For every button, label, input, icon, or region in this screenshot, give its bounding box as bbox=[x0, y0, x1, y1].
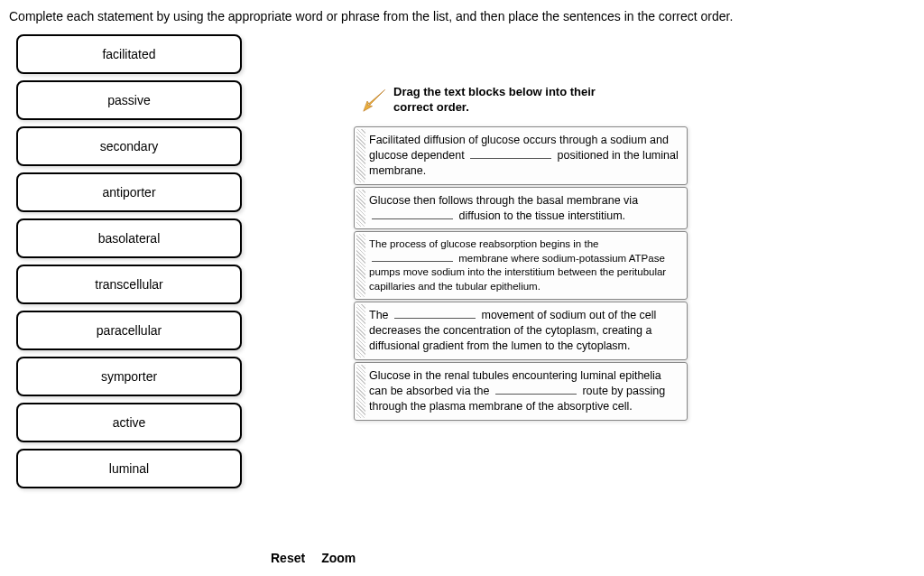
drop-header-text: Drag the text blocks below into their co… bbox=[393, 85, 610, 116]
word-facilitated[interactable]: facilitated bbox=[16, 34, 242, 74]
statement-3[interactable]: The process of glucose reabsorption begi… bbox=[354, 231, 688, 300]
word-transcellular[interactable]: transcellular bbox=[16, 265, 242, 304]
reset-button[interactable]: Reset bbox=[271, 551, 305, 565]
drag-handle-icon[interactable] bbox=[356, 304, 365, 358]
word-luminal[interactable]: luminal bbox=[16, 449, 242, 488]
blank-slot[interactable] bbox=[394, 309, 476, 319]
blank-slot[interactable] bbox=[495, 385, 577, 395]
word-paracellular[interactable]: paracellular bbox=[16, 311, 242, 350]
stmt4-part1: The bbox=[369, 309, 392, 321]
word-symporter[interactable]: symporter bbox=[16, 357, 242, 396]
drag-handle-icon[interactable] bbox=[356, 129, 365, 182]
arrow-down-left-icon bbox=[361, 88, 386, 114]
instruction-text: Complete each statement by using the app… bbox=[9, 9, 915, 23]
drag-handle-icon[interactable] bbox=[356, 234, 365, 297]
word-antiporter[interactable]: antiporter bbox=[16, 172, 242, 212]
drop-zone-column: Drag the text blocks below into their co… bbox=[278, 34, 915, 488]
stmt3-part1: The process of glucose reabsorption begi… bbox=[369, 238, 598, 249]
word-active[interactable]: active bbox=[16, 403, 242, 442]
stmt2-part2: diffusion to the tissue interstitium. bbox=[456, 209, 625, 222]
zoom-button[interactable]: Zoom bbox=[321, 551, 356, 565]
main-area: facilitated passive secondary antiporter… bbox=[9, 34, 915, 488]
blank-slot[interactable] bbox=[372, 253, 453, 262]
statement-2[interactable]: Glucose then follows through the basal m… bbox=[354, 187, 688, 230]
stmt2-part1: Glucose then follows through the basal m… bbox=[369, 194, 638, 207]
word-bank: facilitated passive secondary antiporter… bbox=[16, 34, 242, 488]
blank-slot[interactable] bbox=[372, 209, 453, 218]
blank-slot[interactable] bbox=[470, 149, 551, 159]
word-passive[interactable]: passive bbox=[16, 80, 242, 120]
drag-handle-icon[interactable] bbox=[356, 190, 365, 228]
statement-5[interactable]: Glucose in the renal tubules encounterin… bbox=[354, 362, 688, 421]
statement-4[interactable]: The movement of sodium out of the cell d… bbox=[354, 302, 688, 360]
word-basolateral[interactable]: basolateral bbox=[16, 218, 242, 258]
word-secondary[interactable]: secondary bbox=[16, 126, 242, 166]
statement-1[interactable]: Facilitated diffusion of glucose occurs … bbox=[354, 126, 688, 185]
footer-buttons: Reset Zoom bbox=[271, 551, 356, 565]
drag-handle-icon[interactable] bbox=[356, 365, 365, 418]
statement-stack: Facilitated diffusion of glucose occurs … bbox=[354, 126, 688, 421]
drop-header: Drag the text blocks below into their co… bbox=[361, 85, 610, 116]
